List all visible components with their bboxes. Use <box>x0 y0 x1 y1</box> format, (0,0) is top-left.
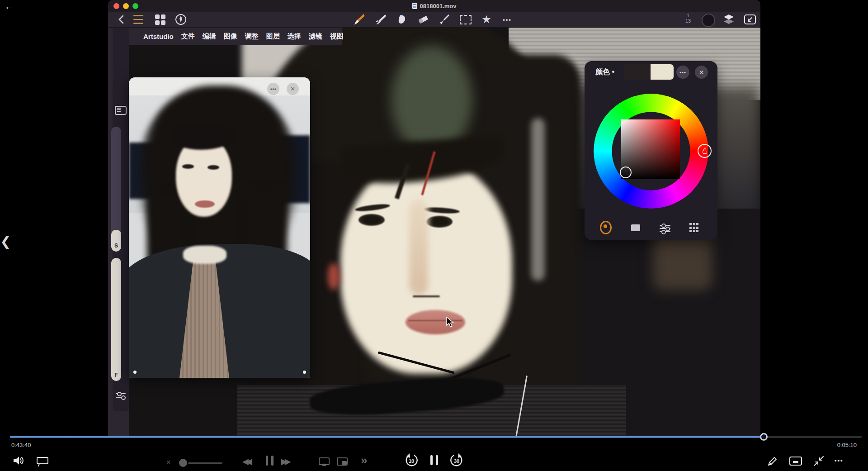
painting-nostrils <box>413 295 440 297</box>
primary-color-swatch[interactable] <box>624 64 651 80</box>
volume-icon[interactable] <box>12 454 26 467</box>
layers-icon[interactable] <box>722 14 736 25</box>
back-button[interactable]: ← <box>5 1 14 12</box>
ref-photo-lips <box>195 200 215 208</box>
menu-file[interactable]: 文件 <box>181 32 195 41</box>
toolbar-more-icon[interactable]: ••• <box>500 14 514 25</box>
picture-in-picture-icon[interactable] <box>335 456 349 468</box>
volume-slider-track[interactable] <box>188 462 222 464</box>
timeline-fill <box>10 436 764 438</box>
wet-paint-tool[interactable] <box>374 14 387 25</box>
pause-button[interactable] <box>429 455 439 467</box>
hue-selector[interactable] <box>698 144 712 158</box>
ref-window-resize-handle-left[interactable] <box>133 371 137 374</box>
skip-back-10-button[interactable]: 10 <box>404 453 419 467</box>
tab-color-values[interactable] <box>630 222 641 233</box>
ref-window-close-button[interactable]: ✕ <box>287 83 299 95</box>
timeline-track[interactable] <box>10 436 862 438</box>
painting-nose <box>409 200 428 295</box>
skip-back-label: 10 <box>404 458 419 464</box>
rewind-button[interactable]: ◀◀ <box>242 457 250 466</box>
elapsed-time: 0:43:40 <box>11 442 31 448</box>
selection-tool[interactable] <box>459 14 472 25</box>
color-panel-close-button[interactable]: ✕ <box>695 66 708 79</box>
menu-image[interactable]: 图像 <box>224 32 237 41</box>
window-titlebar[interactable]: 0818001.mov <box>108 0 760 12</box>
tab-color-palette[interactable] <box>689 222 699 233</box>
painting-hair-highlight <box>531 118 545 281</box>
app-toolbar <box>108 12 760 28</box>
pause-button-secondary[interactable] <box>264 456 275 467</box>
color-swatch-pair[interactable] <box>624 64 674 80</box>
color-panel-more-button[interactable]: ••• <box>676 66 689 79</box>
size-slider-label: S <box>114 243 118 249</box>
mouse-cursor <box>446 317 456 328</box>
pressure-pen-icon[interactable] <box>174 14 188 25</box>
flow-slider-label: F <box>114 372 118 378</box>
player-more-button[interactable]: ••• <box>835 457 844 464</box>
mute-icon[interactable]: × <box>166 458 170 466</box>
painting-left-eye <box>359 214 385 226</box>
current-color-well[interactable] <box>702 14 715 27</box>
skip-forward-label: 30 <box>449 458 464 464</box>
menu-artstudio[interactable]: Artstudio <box>143 33 174 40</box>
size-slider[interactable]: S <box>111 127 121 252</box>
reference-window[interactable]: ••• ✕ <box>129 77 310 378</box>
tab-color-wheel[interactable] <box>600 222 612 233</box>
window-title: 0818001.mov <box>420 3 457 10</box>
app-menubar: Artstudio 文件 编辑 图像 调整 图层 选择 滤镜 视图 <box>108 28 342 45</box>
favorites-tool[interactable]: ★ <box>480 14 493 25</box>
ref-photo-right-eye <box>208 165 219 170</box>
window-title-wrap: 0818001.mov <box>108 0 760 12</box>
ref-photo-left-eye <box>182 164 194 169</box>
gallery-grid-icon[interactable] <box>153 14 167 25</box>
remaining-time: 0:05:10 <box>837 442 857 448</box>
sv-selector[interactable] <box>620 167 632 178</box>
menu-adjust[interactable]: 调整 <box>245 32 259 41</box>
color-panel[interactable]: 颜色 • ••• ✕ <box>585 61 717 240</box>
video-window: 0818001.mov ★ ••• <box>108 0 760 437</box>
secondary-color-swatch[interactable] <box>651 64 674 80</box>
fast-forward-button[interactable]: ▶▶ <box>281 457 288 466</box>
movie-file-icon <box>412 3 417 9</box>
tab-color-sliders[interactable] <box>659 222 671 233</box>
menu-filter[interactable]: 滤镜 <box>309 32 322 41</box>
menu-view[interactable]: 视图 <box>330 32 344 41</box>
screen-mirroring-icon[interactable] <box>317 456 331 468</box>
fullscreen-canvas-icon[interactable] <box>743 14 757 25</box>
menu-select[interactable]: 选择 <box>288 32 301 41</box>
subtitles-icon[interactable] <box>35 455 50 467</box>
menu-layer[interactable]: 图层 <box>266 32 280 41</box>
ref-window-more-button[interactable]: ••• <box>267 83 279 95</box>
ref-window-resize-handle-right[interactable] <box>303 371 306 374</box>
volume-slider-thumb[interactable] <box>179 459 187 467</box>
ref-photo-neck <box>183 246 226 264</box>
app-back-button[interactable] <box>114 14 128 25</box>
sidebar-settings-icon[interactable] <box>115 390 127 401</box>
eraser-tool[interactable] <box>416 14 430 25</box>
skip-forward-30-button[interactable]: 30 <box>449 453 464 467</box>
painting-right-eye <box>426 216 453 228</box>
previous-video-button[interactable]: ❮ <box>0 233 11 249</box>
sidebar-panel-icon[interactable] <box>115 105 127 116</box>
annotate-pencil-icon[interactable] <box>766 454 779 468</box>
painting-cheek-red <box>328 263 340 290</box>
size-slider-thumb[interactable]: S <box>111 230 121 252</box>
marker-tool[interactable] <box>438 14 451 25</box>
caption-box-icon[interactable] <box>788 455 803 467</box>
color-panel-title: 颜色 • <box>595 67 614 77</box>
flow-slider[interactable]: F <box>111 258 121 381</box>
exit-fullscreen-icon[interactable] <box>812 454 826 468</box>
flow-slider-thumb[interactable]: F <box>111 258 121 381</box>
paint-brush-tool[interactable] <box>353 14 366 25</box>
screen: ← ❮ 0818001.mov <box>0 0 868 471</box>
painting-lips <box>406 310 465 334</box>
timeline-thumb[interactable] <box>760 433 768 441</box>
smudge-tool[interactable] <box>395 14 409 25</box>
brush-size-indicator: 1 13 <box>683 13 693 24</box>
menu-edit[interactable]: 编辑 <box>203 32 216 41</box>
menu-icon[interactable] <box>132 14 145 25</box>
lock-icon <box>702 148 708 154</box>
more-controls-chevrons[interactable]: » <box>361 453 367 467</box>
